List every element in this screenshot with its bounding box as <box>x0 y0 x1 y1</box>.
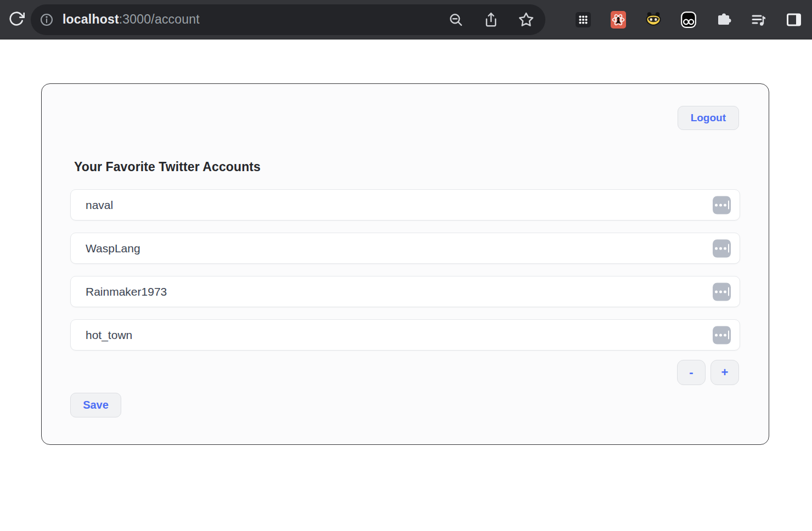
favorite-account-input[interactable] <box>70 276 740 307</box>
page-title: Your Favorite Twitter Accounts <box>74 160 261 174</box>
bookmark-button[interactable] <box>518 12 534 28</box>
autofill-dots-icon[interactable] <box>713 326 731 344</box>
side-panel-icon <box>785 10 803 29</box>
autofill-dots-icon[interactable] <box>713 283 731 301</box>
favorite-account-input[interactable] <box>70 319 740 351</box>
recorder-icon <box>679 10 698 29</box>
browser-toolbar: localhost:3000/account <box>0 0 812 39</box>
logout-button[interactable]: Logout <box>678 106 739 130</box>
wasp-mascot-icon <box>644 10 663 29</box>
extension-strip <box>574 10 812 29</box>
save-button[interactable]: Save <box>70 393 121 417</box>
reload-icon <box>8 10 25 29</box>
favorite-account-row <box>70 276 740 307</box>
media-controls-icon <box>749 10 768 29</box>
favorite-account-input[interactable] <box>70 189 740 221</box>
reload-button[interactable] <box>2 5 31 34</box>
row-controls: - + <box>677 360 739 385</box>
favorite-account-row <box>70 233 740 264</box>
favorite-account-row <box>70 189 740 221</box>
account-card: Logout Your Favorite Twitter Accounts <box>41 83 769 445</box>
remove-account-button[interactable]: - <box>677 360 706 385</box>
autofill-dots-icon[interactable] <box>713 239 731 257</box>
extensions-puzzle-icon <box>714 10 733 29</box>
react-devtools-button[interactable] <box>609 10 628 29</box>
share-button[interactable] <box>483 12 499 28</box>
url-host: localhost <box>63 12 119 26</box>
add-account-button[interactable]: + <box>710 360 739 385</box>
extensions-button[interactable] <box>714 10 733 29</box>
share-icon <box>483 12 499 27</box>
page-info-icon[interactable] <box>40 13 54 27</box>
wasp-mascot-button[interactable] <box>644 10 663 29</box>
url-path: :3000/account <box>119 12 200 26</box>
react-devtools-icon <box>609 10 628 29</box>
bookmark-star-icon <box>518 12 534 28</box>
favorite-account-row <box>70 319 740 351</box>
favorite-account-input[interactable] <box>70 233 740 264</box>
recorder-button[interactable] <box>679 10 698 29</box>
address-bar[interactable]: localhost:3000/account <box>31 4 545 35</box>
media-controls-button[interactable] <box>749 10 768 29</box>
zoom-out-button[interactable] <box>448 12 464 28</box>
url-text[interactable]: localhost:3000/account <box>63 12 200 27</box>
side-panel-button[interactable] <box>785 10 803 29</box>
zoom-out-icon <box>448 12 464 27</box>
autofill-dots-icon[interactable] <box>713 196 731 214</box>
apps-grid-icon <box>574 10 593 29</box>
account-page: Logout Your Favorite Twitter Accounts <box>0 39 812 530</box>
apps-grid-button[interactable] <box>574 10 593 29</box>
favorite-accounts-list <box>70 189 740 351</box>
